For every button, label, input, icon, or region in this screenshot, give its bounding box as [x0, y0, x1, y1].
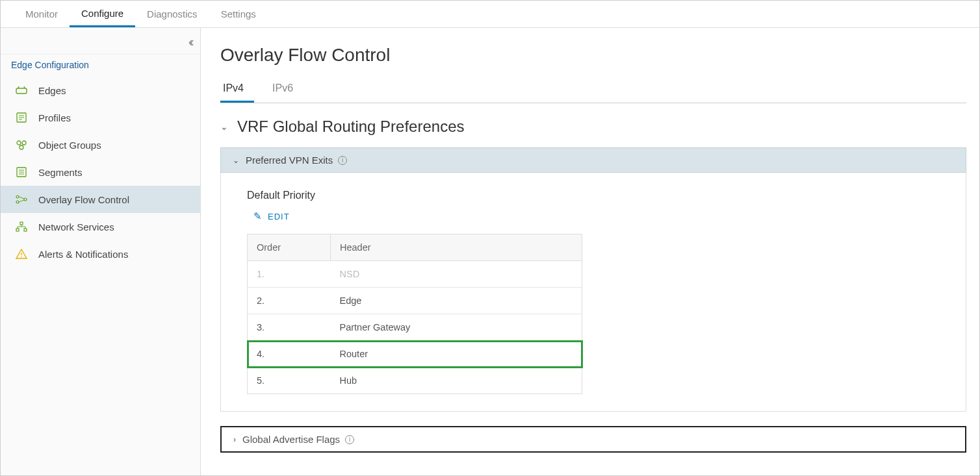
sidebar-item-label: Object Groups	[38, 140, 101, 151]
sidebar-item-label: Profiles	[38, 112, 71, 123]
preferred-vpn-exits-label: Preferred VPN Exits	[246, 155, 333, 166]
cell-order: 3.	[248, 314, 331, 341]
cell-header: Hub	[331, 368, 582, 394]
tab-configure[interactable]: Configure	[70, 1, 135, 27]
chevron-right-icon: ›	[233, 435, 236, 444]
sidebar-item-alerts[interactable]: Alerts & Notifications	[1, 240, 200, 268]
svg-point-7	[17, 141, 21, 145]
chevron-down-icon: ⌄	[220, 121, 228, 132]
svg-point-14	[16, 195, 19, 198]
cell-header: NSD	[331, 261, 582, 288]
overlay-icon	[15, 194, 28, 205]
sidebar-item-label: Segments	[38, 167, 83, 178]
network-icon	[15, 221, 28, 232]
edit-button[interactable]: ✎ EDIT	[253, 210, 290, 222]
profiles-icon	[15, 112, 28, 123]
cell-order: 4.	[248, 341, 331, 368]
svg-line-1	[18, 86, 19, 88]
svg-point-15	[16, 201, 19, 203]
vrf-section-header[interactable]: ⌄ VRF Global Routing Preferences	[220, 118, 966, 136]
cell-order: 2.	[248, 288, 331, 314]
col-header: Header	[331, 234, 582, 261]
cell-header: Edge	[331, 288, 582, 314]
sidebar-item-network-services[interactable]: Network Services	[1, 213, 200, 240]
table-row-highlighted: 4. Router	[248, 341, 582, 368]
info-icon[interactable]: i	[338, 156, 347, 165]
svg-rect-0	[16, 88, 27, 94]
svg-rect-19	[20, 222, 23, 225]
ip-version-tabs: IPv4 IPv6	[220, 77, 966, 103]
preferred-vpn-exits-header[interactable]: ⌄ Preferred VPN Exits i	[220, 147, 966, 173]
sidebar-section-title: Edge Configuration	[1, 54, 200, 77]
svg-line-17	[19, 197, 24, 199]
tab-settings[interactable]: Settings	[209, 2, 268, 26]
edit-label: EDIT	[268, 212, 290, 221]
sidebar-item-label: Edges	[38, 85, 66, 96]
main-content: Overlay Flow Control IPv4 IPv6 ⌄ VRF Glo…	[201, 28, 979, 475]
tab-diagnostics[interactable]: Diagnostics	[135, 2, 209, 26]
svg-point-16	[24, 198, 27, 201]
tab-ipv4[interactable]: IPv4	[220, 77, 254, 103]
svg-rect-21	[24, 229, 27, 231]
sidebar-item-edges[interactable]: Edges	[1, 77, 200, 104]
edges-icon	[15, 84, 28, 96]
priority-table: Order Header 1. NSD 2. Edge 3. P	[247, 234, 582, 394]
svg-line-18	[19, 200, 24, 202]
preferred-vpn-exits-body: Default Priority ✎ EDIT Order Header 1. …	[220, 173, 966, 412]
svg-line-2	[24, 86, 25, 88]
svg-point-9	[19, 145, 23, 149]
top-tabs: Monitor Configure Diagnostics Settings	[1, 1, 979, 28]
cell-order: 5.	[248, 368, 331, 394]
sidebar: ‹‹ Edge Configuration Edges Profiles Obj…	[1, 28, 201, 475]
cell-order: 1.	[248, 261, 331, 288]
global-advertise-flags-header[interactable]: › Global Advertise Flags i	[220, 426, 966, 453]
col-order: Order	[248, 234, 331, 261]
table-row: 5. Hub	[248, 368, 582, 394]
tab-monitor[interactable]: Monitor	[14, 2, 70, 26]
cell-header: Router	[331, 341, 582, 368]
sidebar-item-label: Alerts & Notifications	[38, 249, 128, 260]
sidebar-item-profiles[interactable]: Profiles	[1, 104, 200, 131]
pencil-icon: ✎	[253, 210, 263, 222]
chevron-down-icon: ⌄	[233, 156, 239, 165]
sidebar-item-object-groups[interactable]: Object Groups	[1, 131, 200, 158]
table-row: 1. NSD	[248, 261, 582, 288]
table-row: 3. Partner Gateway	[248, 314, 582, 341]
default-priority-title: Default Priority	[247, 190, 940, 201]
sidebar-item-label: Network Services	[38, 221, 114, 232]
object-groups-icon	[15, 139, 28, 151]
global-advertise-flags-label: Global Advertise Flags	[242, 434, 340, 445]
tab-ipv6[interactable]: IPv6	[270, 77, 303, 103]
info-icon[interactable]: i	[345, 435, 354, 444]
vrf-section-title: VRF Global Routing Preferences	[237, 118, 465, 136]
cell-header: Partner Gateway	[331, 314, 582, 341]
sidebar-item-label: Overlay Flow Control	[38, 194, 129, 205]
alerts-icon	[15, 248, 28, 260]
page-title: Overlay Flow Control	[220, 45, 966, 66]
svg-rect-20	[16, 229, 19, 231]
svg-point-8	[22, 141, 26, 145]
sidebar-item-overlay-flow-control[interactable]: Overlay Flow Control	[1, 186, 200, 213]
table-row: 2. Edge	[248, 288, 582, 314]
svg-point-28	[21, 257, 22, 258]
segments-icon	[15, 166, 28, 178]
sidebar-item-segments[interactable]: Segments	[1, 158, 200, 186]
